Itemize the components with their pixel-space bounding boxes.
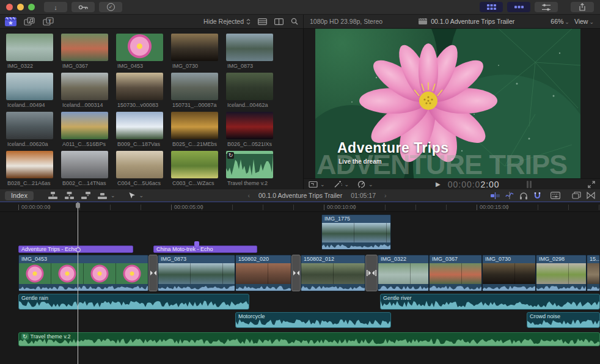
browser-clip-thumbnail[interactable]: ↻ (226, 151, 273, 178)
effects-menu-button[interactable]: ⌄ (334, 180, 349, 188)
browser-clip-thumbnail[interactable] (116, 73, 163, 100)
zoom-window-button[interactable] (28, 4, 35, 10)
audio-skimming-icon[interactable] (505, 192, 514, 199)
filmstrip-view-icon[interactable] (274, 18, 284, 25)
browser-clip-thumbnail[interactable] (116, 151, 163, 178)
solo-headphones-icon[interactable] (519, 192, 528, 200)
media-browser-icon[interactable] (5, 17, 16, 26)
share-icon (579, 3, 586, 11)
browser-clip-thumbnail[interactable] (6, 151, 53, 178)
viewer-canvas: ADVENTURE TRIPS Adventure Trips Live the… (315, 29, 580, 178)
insert-edit-icon[interactable] (64, 191, 75, 200)
append-edit-icon[interactable] (81, 191, 91, 200)
browser-clip-thumbnail[interactable] (116, 34, 163, 61)
transition-clip[interactable] (148, 255, 158, 291)
playhead-handle[interactable] (76, 203, 80, 208)
snapping-icon[interactable] (533, 192, 541, 200)
browser-clip-thumbnail[interactable] (61, 34, 108, 61)
ruler-tick (568, 205, 569, 210)
audio-clip[interactable]: Gentle river (380, 294, 600, 310)
browser-clip-thumbnail[interactable] (61, 151, 108, 178)
fullscreen-icon[interactable] (588, 181, 595, 188)
filter-dropdown[interactable]: Hide Rejected (203, 18, 251, 25)
video-clip[interactable]: IMG_0873 (158, 255, 235, 291)
video-clip[interactable]: IMG_0453 (18, 255, 148, 291)
browser-clip-thumbnail[interactable] (171, 34, 218, 61)
browser-clip-thumbnail[interactable] (6, 112, 53, 139)
background-tasks-button[interactable]: ✓ (99, 2, 122, 12)
clip-name: IMG_0873 (158, 255, 235, 263)
browser-clip-thumbnail[interactable] (171, 73, 218, 100)
browser-clip-thumbnail[interactable] (226, 73, 273, 100)
show-browser-button[interactable] (480, 2, 503, 12)
import-media-button[interactable]: ↓ (44, 2, 67, 12)
keyword-editor-button[interactable] (71, 2, 95, 12)
share-button[interactable] (571, 2, 594, 12)
ruler-major-tick (477, 205, 477, 210)
previous-project-button[interactable]: ‹ (247, 192, 250, 199)
browser-clip-thumbnail[interactable] (171, 151, 218, 178)
title-fade-handle[interactable] (76, 247, 81, 252)
browser-clip-thumbnail[interactable] (226, 112, 273, 139)
video-clip[interactable]: 15... (587, 255, 600, 291)
clip-filmstrip (19, 263, 148, 284)
video-clip[interactable]: 150802_012 (301, 255, 365, 291)
connect-edit-icon[interactable] (48, 191, 58, 200)
transition-clip[interactable] (365, 255, 378, 291)
timeline-index-button[interactable]: Index (5, 191, 34, 200)
updown-chevron-icon (246, 18, 251, 25)
browser-clip-thumbnail[interactable] (61, 73, 108, 100)
next-project-button[interactable]: › (384, 192, 387, 199)
play-button[interactable]: ▶ (436, 181, 441, 187)
titles-generators-browser-icon[interactable]: T (43, 17, 54, 26)
show-timeline-button[interactable] (507, 2, 530, 12)
video-clip[interactable]: IMG_0730 (482, 255, 536, 291)
video-clip[interactable]: IMG_0322 (378, 255, 429, 291)
trim-feedback-icon[interactable] (491, 192, 500, 199)
video-clip[interactable]: IMG_0367 (429, 255, 482, 291)
browser-clip-thumbnail[interactable] (6, 73, 53, 100)
audio-clip[interactable]: Gentle rain (18, 294, 249, 310)
clip-appearance-browser-icon[interactable] (258, 18, 267, 25)
video-clip[interactable]: 150802_020 (235, 255, 291, 291)
browser-clip-thumbnail[interactable] (61, 112, 108, 139)
music-clip[interactable]: ↻Travel theme v.2 (18, 332, 600, 346)
tool-selector[interactable]: ⌄ (128, 192, 144, 200)
clip-name: IMG_0730 (483, 255, 535, 263)
minimize-window-button[interactable] (17, 4, 24, 10)
timeline-ruler[interactable]: 00:00:00:0000:00:05:0000:00:10:0000:00:1… (0, 202, 600, 212)
search-icon[interactable] (291, 18, 298, 25)
viewer-control-bar: ⌄ ⌄ ⌄ ▶ 00:00:02:00 (304, 178, 600, 189)
playhead[interactable] (78, 202, 78, 364)
browser-item: Iceland...00462a (226, 73, 281, 108)
viewer-view-dropdown[interactable]: View⌄ (574, 18, 594, 25)
precision-editor-icon[interactable] (587, 192, 595, 199)
viewer-zoom-dropdown[interactable]: 66%⌄ (551, 18, 569, 25)
retime-menu-button[interactable]: ⌄ (357, 180, 373, 188)
browser-clip-thumbnail[interactable] (226, 34, 273, 61)
timeline-project-title: 00.1.0 Adventure Trips Trailer (258, 192, 342, 199)
timeline-history-icon[interactable] (572, 192, 581, 199)
photos-audio-browser-icon[interactable] (24, 17, 35, 26)
browser-clip-thumbnail[interactable] (116, 112, 163, 139)
transition-clip[interactable] (291, 255, 301, 291)
connected-clip[interactable]: IMG_1775 (321, 214, 391, 250)
clip-audio-strip (236, 284, 291, 291)
pane-headers: T Hide Rejected 1080p HD 23.98p, Stereo … (0, 15, 600, 29)
crop-menu-button[interactable]: ⌄ (309, 181, 325, 188)
audio-clip[interactable]: Crowd noise (527, 312, 600, 328)
audio-meters[interactable] (527, 181, 532, 188)
ruler-tick (415, 205, 416, 210)
video-clip[interactable]: IMG_0298 (536, 255, 587, 291)
browser-clip-thumbnail[interactable] (171, 112, 218, 139)
audio-clip[interactable]: Motorcycle (235, 312, 391, 328)
close-window-button[interactable] (6, 4, 13, 10)
show-inspector-button[interactable] (535, 2, 558, 12)
title-clip[interactable]: China Moto-trek - Echo (153, 246, 257, 253)
viewer-pane: ADVENTURE TRIPS Adventure Trips Live the… (304, 29, 600, 189)
clip-appearance-icon[interactable] (551, 192, 560, 199)
clip-audio-strip (430, 284, 481, 291)
browser-clip-thumbnail[interactable] (6, 34, 53, 61)
overwrite-edit-icon[interactable]: ⌄ (97, 191, 115, 200)
project-title: 00.1.0 Adventure Trips Trailer (431, 18, 514, 25)
